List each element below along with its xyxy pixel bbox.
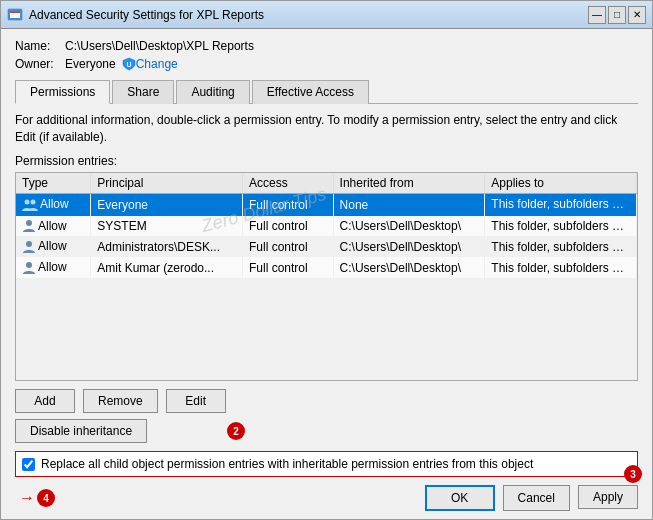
cell-inherited: C:\Users\Dell\Desktop\: [333, 236, 485, 257]
cell-applies: This folder, subfolders and files: [485, 236, 637, 257]
cell-type: Allow: [16, 216, 91, 237]
inherit-checkbox-row: Replace all child object permission entr…: [15, 451, 638, 477]
remove-button[interactable]: Remove: [83, 389, 158, 413]
col-type: Type: [16, 173, 91, 194]
svg-text:U: U: [126, 61, 131, 68]
table-row[interactable]: AllowAmit Kumar (zerodo...Full controlC:…: [16, 257, 637, 278]
owner-row: Owner: Everyone U Change: [15, 57, 638, 71]
table-row[interactable]: AllowAdministrators\DESK...Full controlC…: [16, 236, 637, 257]
cell-principal: Everyone: [91, 193, 243, 216]
step-badge-3: 3: [624, 465, 642, 483]
minimize-button[interactable]: —: [588, 6, 606, 24]
dialog-buttons: → 4 OK Cancel Apply3: [15, 485, 638, 511]
tab-permissions[interactable]: Permissions: [15, 80, 110, 104]
add-button[interactable]: Add: [15, 389, 75, 413]
permissions-table: Type Principal Access Inherited from App…: [16, 173, 637, 278]
main-window: Advanced Security Settings for XPL Repor…: [0, 0, 653, 520]
badge4-container: → 4: [19, 485, 55, 511]
window-title: Advanced Security Settings for XPL Repor…: [29, 8, 588, 22]
tab-bar: Permissions Share Auditing Effective Acc…: [15, 79, 638, 104]
cell-inherited: None: [333, 193, 485, 216]
owner-value: Everyone: [65, 57, 116, 71]
cell-type: Allow: [16, 257, 91, 278]
svg-rect-2: [10, 11, 20, 13]
dialog-content: Name: C:\Users\Dell\Desktop\XPL Reports …: [1, 29, 652, 519]
col-applies: Applies to: [485, 173, 637, 194]
step-badge-4: 4: [37, 489, 55, 507]
table-row[interactable]: AllowSYSTEMFull controlC:\Users\Dell\Des…: [16, 216, 637, 237]
name-row: Name: C:\Users\Dell\Desktop\XPL Reports: [15, 39, 638, 53]
shield-icon: U: [122, 57, 136, 71]
ok-button[interactable]: OK: [425, 485, 495, 511]
inherit-checkbox[interactable]: [22, 458, 35, 471]
cell-applies: This folder, subfolders and files: [485, 216, 637, 237]
edit-button[interactable]: Edit: [166, 389, 226, 413]
name-value: C:\Users\Dell\Desktop\XPL Reports: [65, 39, 254, 53]
cell-access: Full control: [243, 257, 334, 278]
inherit-checkbox-label: Replace all child object permission entr…: [41, 457, 533, 471]
action-buttons: Add Remove Edit: [15, 389, 638, 413]
step-badge-2: 2: [227, 422, 245, 440]
cell-applies: This folder, subfolders and files1: [485, 193, 637, 216]
svg-point-8: [26, 262, 32, 268]
arrow-left-icon: →: [19, 489, 35, 507]
permissions-table-container: Type Principal Access Inherited from App…: [15, 172, 638, 381]
change-link[interactable]: Change: [136, 57, 178, 71]
tab-share[interactable]: Share: [112, 80, 174, 104]
cell-inherited: C:\Users\Dell\Desktop\: [333, 257, 485, 278]
close-button[interactable]: ✕: [628, 6, 646, 24]
disable-inheritance-button[interactable]: Disable inheritance: [15, 419, 147, 443]
table-header-row: Type Principal Access Inherited from App…: [16, 173, 637, 194]
cell-applies: This folder, subfolders and files: [485, 257, 637, 278]
disable-inheritance-row: Disable inheritance 2: [15, 419, 638, 443]
svg-point-7: [26, 241, 32, 247]
cell-access: Full control: [243, 193, 334, 216]
title-bar: Advanced Security Settings for XPL Repor…: [1, 1, 652, 29]
apply-button[interactable]: Apply: [578, 485, 638, 509]
cell-principal: Amit Kumar (zerodo...: [91, 257, 243, 278]
name-label: Name:: [15, 39, 65, 53]
col-principal: Principal: [91, 173, 243, 194]
window-controls: — □ ✕: [588, 6, 646, 24]
col-inherited: Inherited from: [333, 173, 485, 194]
svg-point-4: [25, 200, 30, 205]
cell-inherited: C:\Users\Dell\Desktop\: [333, 216, 485, 237]
cell-access: Full control: [243, 236, 334, 257]
permissions-label: Permission entries:: [15, 154, 638, 168]
svg-point-5: [31, 200, 36, 205]
cell-type: Allow: [16, 193, 91, 216]
window-icon: [7, 7, 23, 23]
owner-label: Owner:: [15, 57, 65, 71]
maximize-button[interactable]: □: [608, 6, 626, 24]
svg-point-6: [26, 220, 32, 226]
col-access: Access: [243, 173, 334, 194]
badge2-container: 2: [227, 422, 245, 440]
cell-access: Full control: [243, 216, 334, 237]
cancel-button[interactable]: Cancel: [503, 485, 570, 511]
description-text: For additional information, double-click…: [15, 112, 638, 146]
cell-type: Allow: [16, 236, 91, 257]
tab-auditing[interactable]: Auditing: [176, 80, 249, 104]
cell-principal: Administrators\DESK...: [91, 236, 243, 257]
tab-effective-access[interactable]: Effective Access: [252, 80, 369, 104]
cell-principal: SYSTEM: [91, 216, 243, 237]
table-row[interactable]: AllowEveryoneFull controlNoneThis folder…: [16, 193, 637, 216]
